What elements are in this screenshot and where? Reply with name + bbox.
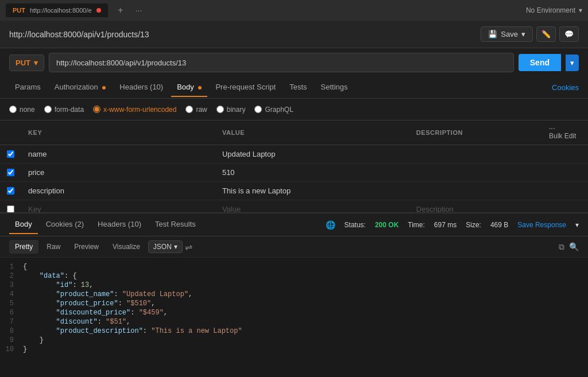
format-tab-pretty[interactable]: Pretty <box>9 240 38 254</box>
response-format-toolbar: Pretty Raw Preview Visualize JSON ▾ ⇌ ⧉ … <box>0 236 588 258</box>
code-line-6: 6 "discounted_price": "$459", <box>0 308 588 317</box>
json-format-selector[interactable]: JSON ▾ <box>148 240 183 253</box>
code-line-2: 2 "data": { <box>0 271 588 281</box>
body-type-form-data[interactable]: form-data <box>44 106 84 114</box>
comment-icon-button[interactable]: 💬 <box>559 26 579 42</box>
tab-params[interactable]: Params <box>9 78 47 97</box>
line-number: 7 <box>0 318 23 326</box>
code-line-7: 7 "discount": "$51", <box>0 317 588 327</box>
body-type-graphql[interactable]: GraphQL <box>254 106 293 114</box>
tab-method: PUT <box>13 7 25 14</box>
row-checkbox[interactable] <box>7 169 14 176</box>
bulk-edit-button[interactable]: Bulk Edit <box>549 132 576 140</box>
format-tab-preview[interactable]: Preview <box>68 240 105 254</box>
body-type-raw[interactable]: raw <box>185 106 207 114</box>
format-tab-visualize[interactable]: Visualize <box>107 240 146 254</box>
table-row: name Updated Laptop <box>0 145 588 164</box>
cookies-link[interactable]: Cookies <box>552 83 579 92</box>
tab-tests[interactable]: Tests <box>284 78 312 97</box>
row-checkbox[interactable] <box>7 205 14 212</box>
key-placeholder[interactable]: Key <box>28 205 41 212</box>
request-bar: PUT ▾ Send ▾ <box>0 48 588 77</box>
value-placeholder[interactable]: Value <box>222 205 241 212</box>
tab-headers[interactable]: Headers (10) <box>114 78 169 97</box>
save-button[interactable]: 💾 Save ▾ <box>481 26 533 42</box>
body-dot <box>198 86 202 90</box>
send-dropdown-button[interactable]: ▾ <box>566 55 579 71</box>
status-value: 200 OK <box>375 221 399 229</box>
time-label: Time: <box>408 221 425 229</box>
format-tab-raw[interactable]: Raw <box>41 240 66 254</box>
url-input[interactable] <box>49 53 514 72</box>
method-selector[interactable]: PUT ▾ <box>9 55 44 71</box>
tab-url: http://localhost:8000/e <box>30 7 92 14</box>
resp-tab-headers[interactable]: Headers (10) <box>92 215 147 234</box>
col-key-header: KEY <box>21 121 215 145</box>
key-cell[interactable]: price <box>28 168 44 177</box>
save-response-chevron[interactable]: ▾ <box>575 221 579 229</box>
size-value: 469 B <box>490 221 508 229</box>
params-table: KEY VALUE DESCRIPTION ··· Bulk Edit name… <box>0 121 588 212</box>
table-row: price 510 <box>0 164 588 182</box>
row-checkbox[interactable] <box>7 187 14 195</box>
method-chevron-icon: ▾ <box>34 59 38 67</box>
save-label: Save <box>501 30 518 38</box>
response-actions: ⧉ 🔍 <box>559 242 579 252</box>
row-checkbox[interactable] <box>7 150 14 158</box>
code-line-8: 8 "product_description": "This is a new … <box>0 327 588 336</box>
tab-pre-request-script[interactable]: Pre-request Script <box>210 78 281 97</box>
edit-icon-button[interactable]: ✏️ <box>536 26 556 42</box>
new-tab-button[interactable]: + <box>113 2 129 18</box>
status-label: Status: <box>345 221 366 229</box>
environment-label: No Environment <box>526 6 575 14</box>
resp-tab-test-results[interactable]: Test Results <box>149 215 202 234</box>
active-tab[interactable]: PUT http://localhost:8000/e <box>6 3 108 17</box>
title-bar: PUT http://localhost:8000/e + ··· No Env… <box>0 0 588 21</box>
search-icon[interactable]: 🔍 <box>569 242 579 252</box>
desc-placeholder[interactable]: Description <box>416 205 454 212</box>
value-cell[interactable]: This is a new Laptop <box>222 186 291 195</box>
body-type-urlencoded[interactable]: x-www-form-urlencoded <box>93 106 176 114</box>
body-type-binary[interactable]: binary <box>216 106 246 114</box>
resp-tab-cookies[interactable]: Cookies (2) <box>40 215 90 234</box>
response-tabs-bar: Body Cookies (2) Headers (10) Test Resul… <box>0 213 588 236</box>
time-value: 697 ms <box>434 221 457 229</box>
method-label: PUT <box>16 59 30 67</box>
col-value-header: VALUE <box>215 121 409 145</box>
environment-selector[interactable]: No Environment ▾ <box>526 6 582 14</box>
globe-icon: 🌐 <box>326 220 335 230</box>
save-icon: 💾 <box>488 30 497 38</box>
line-number: 2 <box>0 272 23 280</box>
code-line-1: 1 { <box>0 262 588 271</box>
params-table-container: KEY VALUE DESCRIPTION ··· Bulk Edit name… <box>0 121 588 212</box>
tab-settings[interactable]: Settings <box>315 78 354 97</box>
response-code-area: 1 { 2 "data": { 3 "id": 13, 4 "product_n… <box>0 258 588 355</box>
response-section: Body Cookies (2) Headers (10) Test Resul… <box>0 212 588 355</box>
tab-body[interactable]: Body <box>171 78 207 97</box>
value-cell[interactable]: 510 <box>222 168 235 177</box>
send-button[interactable]: Send <box>519 54 561 71</box>
authorization-dot <box>102 86 106 90</box>
more-icon[interactable]: ··· <box>549 125 555 132</box>
line-content: "product_name": "Updated Laptop", <box>23 290 192 298</box>
line-content: "product_description": "This is a new La… <box>23 327 242 335</box>
wrap-icon[interactable]: ⇌ <box>185 242 192 252</box>
line-content: "id": 13, <box>23 281 93 289</box>
key-cell[interactable]: description <box>28 186 64 195</box>
tab-authorization[interactable]: Authorization <box>49 78 112 97</box>
code-line-5: 5 "product_price": "$510", <box>0 299 588 308</box>
line-number: 8 <box>0 327 23 335</box>
table-row-placeholder: Key Value Description <box>0 200 588 213</box>
tab-more-button[interactable]: ··· <box>133 3 145 17</box>
save-response-button[interactable]: Save Response <box>517 221 566 229</box>
resp-tab-body[interactable]: Body <box>9 215 38 234</box>
copy-icon[interactable]: ⧉ <box>559 242 564 252</box>
line-number: 1 <box>0 263 23 271</box>
value-cell[interactable]: Updated Laptop <box>222 150 276 158</box>
line-content: } <box>23 345 27 353</box>
tab-modified-dot <box>96 8 101 13</box>
line-content: "data": { <box>23 272 77 280</box>
body-type-none[interactable]: none <box>9 106 35 114</box>
size-label: Size: <box>466 221 481 229</box>
key-cell[interactable]: name <box>28 150 47 158</box>
